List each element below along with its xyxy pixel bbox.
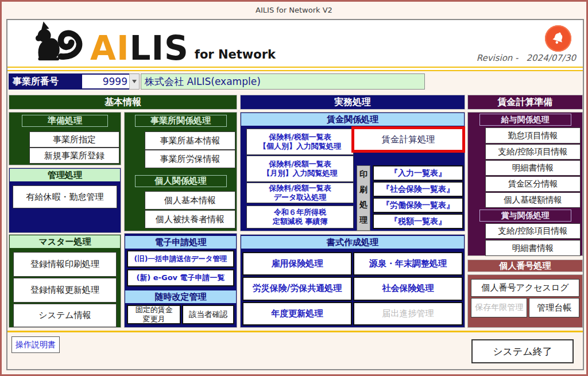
panel-personal-rel-title: 個人関係処理 <box>135 175 227 187</box>
revision-info: Revision -2024/07/30 <box>477 53 576 63</box>
column-header-junbi: 賃金計算準備 <box>467 95 583 110</box>
button-kojin-kihon[interactable]: 個人基本情報 <box>145 191 235 210</box>
button-hoken-data-torikomi[interactable]: 保険料/税額一覧表 データ取込処理 <box>246 183 354 203</box>
footer-separator <box>7 331 583 332</box>
button-koteiteki-chingin[interactable]: 固定的賃金 変更月 <box>127 305 181 324</box>
panel-kyuyo: 給与関係処理 勤怠項目情報 支給/控除項目情報 明細書情報 賃金区分情報 個人基… <box>467 112 583 256</box>
manual-button[interactable]: 操作説明書 <box>11 336 60 353</box>
panel-master-title: マスター処理 <box>10 235 120 248</box>
logo-subtitle: for Network <box>195 48 276 65</box>
window-title: AILIS for Network V2 <box>2 6 586 14</box>
button-kanri-daicho[interactable]: 管理台帳 <box>529 298 579 317</box>
button-print-shakai-hoken[interactable]: 『社会保険一覧表』 <box>373 181 463 197</box>
button-jigyosho-roho[interactable]: 事業所労保情報 <box>145 150 235 168</box>
button-shikyu-kojo-komoku-kyuyo[interactable]: 支給/控除項目情報 <box>485 144 581 160</box>
panel-kojin-bango: 個人番号アクセスログ 保存年限管理 管理台帳 <box>467 274 583 328</box>
button-print-zeigaku[interactable]: 『税額一覧表』 <box>373 214 463 229</box>
button-hoken-kojinbetsu[interactable]: 保険料/税額一覧表 【個人別】入力閲覧処理 <box>246 129 354 155</box>
panel-shoshiki: 書式作成処理 雇用保険処理 源泉・年末調整処理 労災保険/労保共通処理 社会保険… <box>240 234 465 328</box>
button-toroku-insatsu[interactable]: 登録情報印刷処理 <box>13 252 117 277</box>
panel-master: マスター処理 登録情報印刷処理 登録情報更新処理 システム情報 <box>9 234 121 328</box>
button-hoken-tsukibetsu[interactable]: 保険料/税額一覧表 【月別】入力閲覧処理 <box>246 156 354 182</box>
button-kojin-bango-access-log[interactable]: 個人番号アクセスログ <box>471 279 579 297</box>
office-number-label: 事業所番号 <box>9 73 82 90</box>
button-chingin-keisan[interactable]: 賃金計算処理 <box>351 126 465 153</box>
panel-egov-title: 電子申請処理 <box>125 236 236 249</box>
gold-separator <box>7 67 583 71</box>
button-chingin-kubun[interactable]: 賃金区分情報 <box>485 176 581 192</box>
panel-chingin: 賃金関係処理 保険料/税額一覧表 【個人別】入力閲覧処理 保険料/税額一覧表 【… <box>240 112 465 231</box>
button-reiwa6-teigaku-genzei[interactable]: 令和６年所得税 定額減税 事績簿 <box>246 206 354 228</box>
button-shin-egov-ichiran[interactable]: (新) e-Gov 電子申請一覧 <box>127 269 234 286</box>
column-header-basic: 基本情報 <box>9 95 237 110</box>
column-header-jitsumu: 実務処理 <box>240 95 465 110</box>
panel-egov: 電子申請処理 (旧)一括申請送信データ管理 (新) e-Gov 電子申請一覧 随… <box>124 233 237 328</box>
button-shikyu-kojo-komoku-shoyo[interactable]: 支給/控除項目情報 <box>485 223 581 239</box>
button-kojin-hifuyosha[interactable]: 個人被扶養者情報 <box>145 210 235 228</box>
button-print-nyuryoku-ichiran[interactable]: 『入力一覧表』 <box>373 165 463 181</box>
logo-text-ai: AI <box>90 29 129 68</box>
panel-chingin-title: 賃金関係処理 <box>241 113 464 126</box>
button-rosai-roho-kyotsu[interactable]: 労災保険/労保共通処理 <box>242 277 352 300</box>
panel-prep-title: 準備処理 <box>22 115 108 127</box>
company-name-field: 株式会社 AILIS(example) <box>141 73 425 90</box>
button-nendo-koshin[interactable]: 年度更新処理 <box>242 302 352 325</box>
panel-kyuyo-title: 給与関係処理 <box>479 114 571 126</box>
button-yukyu-kintai[interactable]: 有給休暇・勤怠管理 <box>13 185 117 208</box>
panel-office-rel: 事業所関係処理 事業所基本情報 事業所労保情報 個人関係処理 個人基本情報 個人… <box>124 112 237 231</box>
button-kyu-ikkatsu-shinsei[interactable]: (旧)一括申請送信データ管理 <box>127 250 234 268</box>
squirrel-logo-icon <box>32 19 87 65</box>
app-window: AILIS for Network V2 <box>0 0 588 376</box>
button-koyo-hoken[interactable]: 雇用保険処理 <box>242 252 352 276</box>
logo-text-lis: LIS <box>129 29 188 68</box>
button-kintai-komoku[interactable]: 勤怠項目情報 <box>485 127 581 144</box>
logo: AILIS for Network <box>32 21 276 65</box>
panel-zuiji-title: 随時改定管理 <box>125 290 236 303</box>
panel-shoshiki-title: 書式作成処理 <box>241 236 464 249</box>
zuiji-button-row: 固定的賃金 変更月 該当者確認 <box>127 305 234 324</box>
button-print-rodo-hoken[interactable]: 『労働保険一覧表』 <box>373 197 463 213</box>
panel-prep: 準備処理 事業所指定 新規事業所登録 <box>9 112 121 165</box>
logo-banner: AILIS for Network Revision -2024/07/30 <box>7 20 583 67</box>
button-gensen-nenmatsu[interactable]: 源泉・年末調整処理 <box>353 252 463 276</box>
chevron-down-icon[interactable] <box>129 73 140 90</box>
revision-label: Revision - <box>477 53 519 63</box>
button-kojin-kisogaku[interactable]: 個人基礎額情報 <box>485 192 581 208</box>
button-shakai-hoken-shori[interactable]: 社会保険処理 <box>353 277 463 300</box>
logo-text: AILIS <box>90 32 189 65</box>
office-number-select[interactable]: 9999 <box>82 73 129 90</box>
button-gaitosha-kakunin[interactable]: 該当者確認 <box>182 305 234 324</box>
office-selector-row: 事業所番号 9999 株式会社 AILIS(example) <box>9 73 425 90</box>
button-shinki-jigyosho-toroku[interactable]: 新規事業所登録 <box>29 148 119 164</box>
button-jigyosho-shitei[interactable]: 事業所指定 <box>29 131 119 148</box>
panel-kojin-bango-title: 個人番号処理 <box>467 259 583 272</box>
chingin-entry-stack: 保険料/税額一覧表 【個人別】入力閲覧処理 保険料/税額一覧表 【月別】入力閲覧… <box>246 129 354 228</box>
button-hozon-nengen-kanri: 保存年限管理 <box>471 298 527 317</box>
panel-shoyo-title: 賞与関係処理 <box>479 210 571 222</box>
bell-icon[interactable] <box>545 25 571 52</box>
button-meisaisho-shoyo[interactable]: 明細書情報 <box>485 240 581 256</box>
panel-office-rel-title: 事業所関係処理 <box>135 115 227 127</box>
print-button-stack: 『入力一覧表』 『社会保険一覧表』 『労働保険一覧表』 『税額一覧表』 <box>373 165 463 229</box>
panel-manage: 管理処理 有給休暇・勤怠管理 <box>9 168 121 233</box>
kojin-bango-button-row: 保存年限管理 管理台帳 <box>471 298 579 317</box>
button-meisaisho-kyuyo[interactable]: 明細書情報 <box>485 160 581 176</box>
main-frame: AILIS for Network Revision -2024/07/30 事… <box>6 19 584 370</box>
revision-date: 2024/07/30 <box>527 53 576 63</box>
shoshiki-grid: 雇用保険処理 源泉・年末調整処理 労災保険/労保共通処理 社会保険処理 年度更新… <box>242 252 463 325</box>
button-system-info[interactable]: システム情報 <box>13 304 117 327</box>
button-toroku-koshin[interactable]: 登録情報更新処理 <box>13 278 117 303</box>
button-jigyosho-kihon[interactable]: 事業所基本情報 <box>145 131 235 150</box>
system-exit-button[interactable]: システム終了 <box>471 339 574 363</box>
print-section-label: 印刷処理 <box>357 165 370 231</box>
button-todokede-shinchoku: 届出進捗管理 <box>353 302 463 325</box>
panel-manage-title: 管理処理 <box>10 169 120 181</box>
